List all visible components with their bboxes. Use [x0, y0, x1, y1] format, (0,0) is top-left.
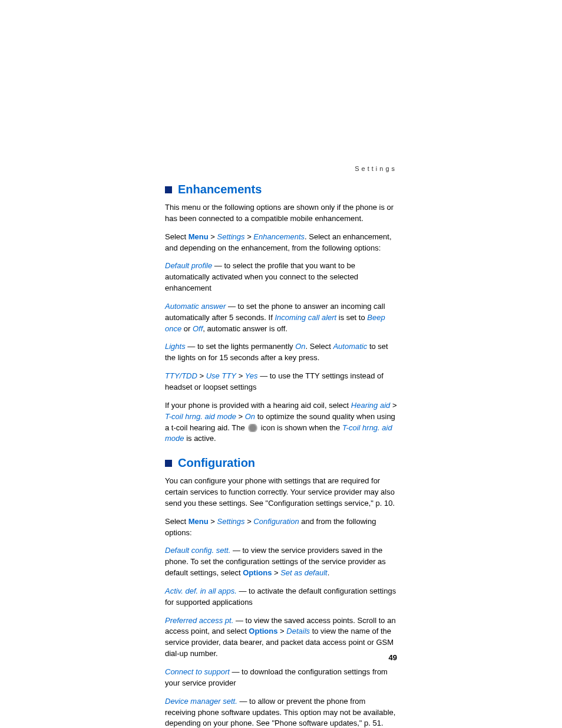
enhancements-link[interactable]: Enhancements [253, 232, 305, 241]
text: — to set the lights permanently [186, 342, 295, 351]
settings-link[interactable]: Settings [217, 232, 245, 241]
text: or [181, 324, 193, 333]
text: . [328, 568, 330, 577]
off-term: Off [193, 324, 203, 333]
device-mgr-term: Device manager sett. [165, 697, 237, 706]
menu-link-2[interactable]: Menu [189, 517, 209, 526]
settings-link-2[interactable]: Settings [217, 517, 245, 526]
tty-item: TTY/TDD > Use TTY > Yes — to use the TTY… [165, 371, 397, 393]
tcoil-term: T-coil hrng. aid mode [165, 412, 236, 421]
hearing-aid-term: Hearing aid [351, 401, 391, 410]
ear-icon [247, 424, 259, 432]
separator: > [245, 517, 254, 526]
details-term: Details [286, 627, 310, 635]
bullet-icon [165, 460, 172, 467]
default-profile-term: Default profile [165, 261, 212, 270]
connect-support-item: Connect to support — to download the con… [165, 667, 397, 689]
page-header: Settings [165, 165, 397, 172]
menu-link[interactable]: Menu [189, 232, 209, 241]
separator: > [197, 371, 206, 380]
pref-access-term: Preferred access pt. [165, 616, 233, 625]
tty-term: TTY/TDD [165, 371, 197, 380]
separator: > [209, 517, 217, 526]
lights-item: Lights — to set the lights permanently O… [165, 341, 397, 364]
device-manager-item: Device manager sett. — to allow or preve… [165, 696, 397, 728]
separator: > [277, 627, 286, 635]
separator: > [272, 568, 280, 577]
default-config-term: Default config. sett. [165, 546, 230, 555]
separator: > [209, 232, 217, 241]
set-as-default-term: Set as default [280, 568, 328, 577]
yes-term: Yes [245, 371, 258, 380]
text: , automatic answer is off. [203, 324, 287, 333]
on-term-2: On [245, 412, 255, 421]
configuration-title: Configuration [178, 456, 255, 470]
default-profile-item: Default profile — to select the profile … [165, 261, 397, 294]
default-config-item: Default config. sett. — to view the serv… [165, 545, 397, 579]
automatic-answer-item: Automatic answer — to set the phone to a… [165, 301, 397, 335]
separator: > [236, 371, 245, 380]
page-number: 49 [389, 653, 397, 662]
text: . Select [305, 342, 333, 351]
use-tty-term: Use TTY [206, 371, 236, 380]
hearing-aid-item: If your phone is provided with a hearing… [165, 400, 397, 444]
text: Select [165, 232, 189, 241]
bullet-icon [165, 186, 172, 193]
enhancements-title: Enhancements [178, 183, 262, 196]
automatic-term: Automatic [333, 342, 367, 351]
activ-def-term: Activ. def. in all apps. [165, 587, 237, 595]
options-link[interactable]: Options [243, 568, 272, 577]
text: is active. [184, 434, 216, 443]
separator: > [390, 401, 396, 410]
connect-support-term: Connect to support [165, 667, 230, 676]
separator: > [236, 412, 245, 421]
enhancements-heading: Enhancements [165, 183, 397, 196]
text: Select [165, 517, 189, 526]
text: If your phone is provided with a hearing… [165, 401, 351, 410]
text: is set to [336, 313, 367, 322]
auto-answer-term: Automatic answer [165, 302, 226, 311]
text: icon is shown when the [259, 423, 342, 432]
configuration-heading: Configuration [165, 456, 397, 470]
preferred-access-item: Preferred access pt. — to view the saved… [165, 615, 397, 660]
configuration-select: Select Menu > Settings > Configuration a… [165, 516, 397, 539]
options-link-2[interactable]: Options [249, 627, 277, 635]
on-term: On [295, 342, 305, 351]
activ-def-item: Activ. def. in all apps. — to activate t… [165, 586, 397, 608]
enhancements-intro: This menu or the following options are s… [165, 202, 397, 225]
separator: > [245, 232, 254, 241]
incoming-call-alert-term: Incoming call alert [275, 313, 336, 322]
lights-term: Lights [165, 342, 186, 351]
configuration-link[interactable]: Configuration [253, 517, 299, 526]
enhancements-select: Select Menu > Settings > Enhancements. S… [165, 232, 397, 254]
configuration-intro: You can configure your phone with settin… [165, 476, 397, 509]
